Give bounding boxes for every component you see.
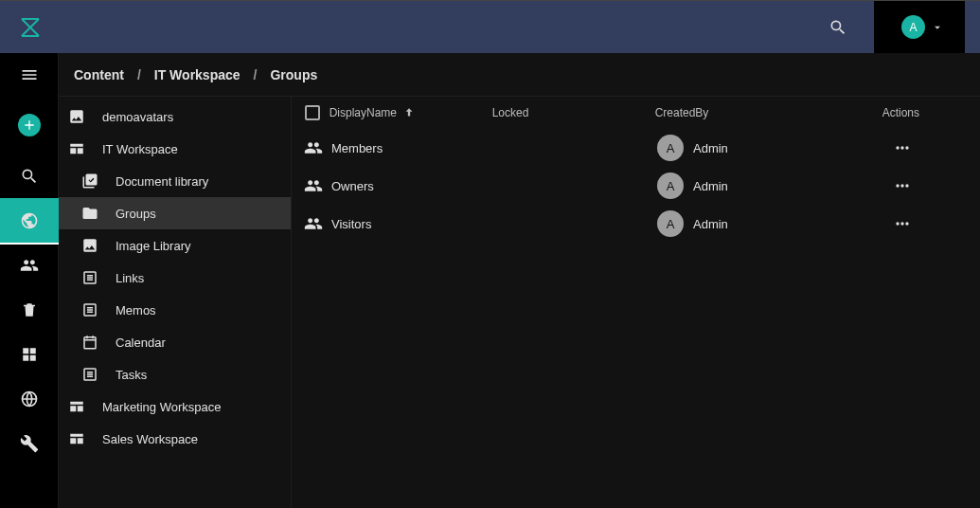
rail-apps[interactable] bbox=[0, 332, 59, 376]
rail-search[interactable] bbox=[0, 154, 59, 198]
group-icon bbox=[301, 176, 326, 195]
tree-item-label: Groups bbox=[116, 207, 156, 221]
svg-point-11 bbox=[896, 222, 899, 225]
tree-item-label: Memos bbox=[116, 303, 156, 318]
column-createdby[interactable]: CreatedBy bbox=[655, 106, 882, 119]
svg-point-6 bbox=[900, 146, 903, 149]
tree-item-label: Calendar bbox=[116, 336, 166, 350]
tree-item[interactable]: Groups bbox=[59, 197, 291, 229]
cell-createdby: AAdmin bbox=[657, 210, 884, 237]
sort-asc-icon bbox=[402, 106, 416, 119]
svg-point-5 bbox=[896, 146, 899, 149]
select-all-checkbox[interactable] bbox=[301, 105, 324, 120]
breadcrumb-item[interactable]: Content bbox=[74, 67, 124, 82]
row-actions-button[interactable] bbox=[893, 138, 912, 157]
tree-item[interactable]: IT Workspace bbox=[59, 133, 291, 165]
tree-item-label: demoavatars bbox=[102, 110, 173, 124]
workspace-icon bbox=[66, 430, 87, 447]
breadcrumb-item[interactable]: Groups bbox=[270, 67, 317, 82]
doclib-icon bbox=[80, 172, 100, 190]
image-icon bbox=[66, 108, 87, 125]
content: demoavatarsIT WorkspaceDocument libraryG… bbox=[59, 97, 980, 508]
rail-globe[interactable] bbox=[0, 376, 59, 421]
workspace-icon bbox=[66, 398, 87, 415]
column-actions: Actions bbox=[882, 106, 971, 119]
body: Content / IT Workspace / Groups demoavat… bbox=[0, 53, 980, 508]
rail-content[interactable] bbox=[0, 198, 59, 243]
column-label: CreatedBy bbox=[655, 106, 709, 119]
tree: demoavatarsIT WorkspaceDocument libraryG… bbox=[59, 97, 292, 508]
top-bar: A bbox=[0, 0, 980, 53]
list-icon bbox=[80, 301, 100, 318]
svg-point-12 bbox=[900, 222, 903, 225]
cell-name: Visitors bbox=[331, 217, 494, 231]
breadcrumb: Content / IT Workspace / Groups bbox=[59, 53, 980, 97]
group-icon bbox=[301, 214, 326, 233]
chevron-down-icon bbox=[931, 21, 944, 34]
left-rail bbox=[0, 53, 59, 508]
svg-point-13 bbox=[905, 222, 908, 225]
rail-trash[interactable] bbox=[0, 287, 59, 332]
cell-actions bbox=[884, 214, 971, 233]
avatar: A bbox=[657, 172, 684, 199]
tree-item-label: IT Workspace bbox=[102, 142, 178, 156]
calendar-icon bbox=[80, 334, 100, 351]
folder-icon bbox=[80, 205, 100, 222]
table: DisplayName Locked CreatedBy Actions bbox=[292, 97, 980, 508]
table-header: DisplayName Locked CreatedBy Actions bbox=[292, 97, 980, 129]
tree-item[interactable]: Marketing Workspace bbox=[59, 390, 291, 423]
list-icon bbox=[80, 366, 100, 383]
cell-actions bbox=[884, 176, 971, 195]
tree-item[interactable]: Tasks bbox=[59, 358, 291, 390]
breadcrumb-item[interactable]: IT Workspace bbox=[154, 67, 241, 82]
rail-settings[interactable] bbox=[0, 421, 59, 465]
group-icon bbox=[301, 138, 326, 157]
createdby-name: Admin bbox=[693, 179, 728, 193]
avatar: A bbox=[657, 210, 684, 237]
avatar: A bbox=[901, 15, 925, 39]
row-actions-button[interactable] bbox=[893, 176, 912, 195]
tree-item-label: Marketing Workspace bbox=[102, 400, 221, 414]
tree-item[interactable]: Memos bbox=[59, 294, 291, 326]
createdby-name: Admin bbox=[693, 141, 728, 155]
cell-name: Owners bbox=[331, 179, 494, 193]
cell-createdby: AAdmin bbox=[657, 135, 884, 161]
column-label: Actions bbox=[882, 106, 919, 119]
top-search-button[interactable] bbox=[813, 10, 863, 45]
add-button[interactable] bbox=[0, 97, 59, 154]
tree-item[interactable]: Links bbox=[59, 262, 291, 294]
svg-point-7 bbox=[905, 146, 908, 149]
tree-item-label: Links bbox=[116, 271, 144, 285]
user-menu[interactable]: A bbox=[875, 1, 965, 54]
table-row[interactable]: MembersAAdmin bbox=[292, 129, 980, 167]
tree-item-label: Tasks bbox=[116, 368, 147, 382]
menu-toggle[interactable] bbox=[0, 53, 59, 97]
workspace-icon bbox=[66, 140, 87, 157]
cell-name: Members bbox=[331, 141, 494, 155]
column-displayname[interactable]: DisplayName bbox=[330, 106, 492, 119]
table-row[interactable]: VisitorsAAdmin bbox=[292, 205, 980, 243]
main: Content / IT Workspace / Groups demoavat… bbox=[59, 53, 980, 508]
rail-users[interactable] bbox=[0, 243, 59, 287]
cell-actions bbox=[884, 138, 971, 157]
tree-item[interactable]: Image Library bbox=[59, 229, 291, 262]
app-logo[interactable] bbox=[19, 16, 42, 39]
tree-item[interactable]: demoavatars bbox=[59, 100, 291, 133]
tree-item[interactable]: Document library bbox=[59, 165, 291, 197]
tree-item[interactable]: Sales Workspace bbox=[59, 423, 291, 455]
tree-item[interactable]: Calendar bbox=[59, 326, 291, 358]
breadcrumb-sep: / bbox=[254, 67, 258, 82]
svg-point-8 bbox=[896, 184, 899, 187]
tree-item-label: Document library bbox=[116, 174, 208, 189]
cell-createdby: AAdmin bbox=[657, 172, 884, 199]
svg-point-9 bbox=[900, 184, 903, 187]
svg-rect-3 bbox=[84, 337, 96, 349]
column-label: Locked bbox=[492, 106, 529, 119]
list-icon bbox=[80, 269, 100, 286]
column-label: DisplayName bbox=[330, 106, 397, 119]
avatar: A bbox=[657, 135, 684, 161]
image-icon bbox=[80, 237, 100, 254]
row-actions-button[interactable] bbox=[893, 214, 912, 233]
table-row[interactable]: OwnersAAdmin bbox=[292, 167, 980, 205]
column-locked[interactable]: Locked bbox=[492, 106, 655, 119]
